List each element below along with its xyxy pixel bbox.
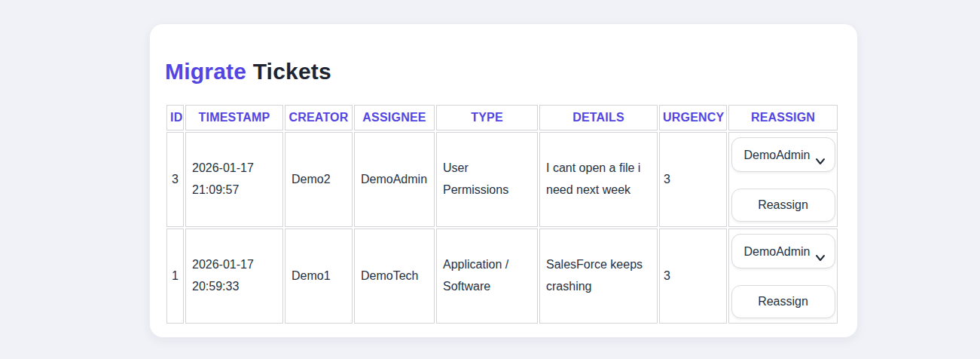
header-creator: CREATOR — [285, 105, 353, 130]
title-rest: Tickets — [253, 59, 331, 84]
cell-assignee: DemoAdmin — [354, 132, 435, 227]
cell-type: Application / Software — [436, 229, 538, 324]
table-row: 3 2026-01-17 21:09:57 Demo2 DemoAdmin Us… — [166, 132, 838, 227]
table-header-row: ID TIMESTAMP CREATOR ASSIGNEE TYPE DETAI… — [166, 105, 838, 130]
reassign-select-wrap: DemoAdmin — [731, 234, 835, 268]
table-row: 1 2026-01-17 20:59:33 Demo1 DemoTech App… — [166, 229, 838, 324]
tickets-card: Migrate Tickets ID TIMESTAMP CREATOR ASS… — [149, 23, 858, 338]
cell-ticket-id: 1 — [166, 229, 184, 324]
page-title: Migrate Tickets — [165, 57, 842, 86]
header-details: DETAILS — [539, 105, 658, 130]
cell-details: I cant open a file i need next week — [539, 132, 658, 227]
reassign-select-wrap: DemoAdmin — [731, 137, 835, 172]
tickets-table: ID TIMESTAMP CREATOR ASSIGNEE TYPE DETAI… — [165, 103, 839, 325]
header-urgency: URGENCY — [659, 105, 727, 130]
reassign-button[interactable]: Reassign — [731, 285, 835, 318]
cell-creator: Demo2 — [285, 132, 353, 227]
title-highlight: Migrate — [165, 59, 246, 84]
reassign-assignee-select[interactable]: DemoAdmin — [731, 234, 835, 268]
cell-urgency: 3 — [659, 132, 727, 227]
cell-creator: Demo1 — [285, 229, 353, 324]
cell-type: User Permissions — [436, 132, 538, 227]
cell-urgency: 3 — [659, 229, 727, 324]
header-id: ID — [166, 105, 184, 130]
cell-timestamp: 2026-01-17 21:09:57 — [185, 132, 283, 227]
cell-ticket-id: 3 — [166, 132, 184, 227]
header-type: TYPE — [436, 105, 538, 130]
header-assignee: ASSIGNEE — [354, 105, 435, 130]
header-timestamp: TIMESTAMP — [185, 105, 283, 130]
reassign-button[interactable]: Reassign — [731, 189, 835, 222]
reassign-assignee-select[interactable]: DemoAdmin — [731, 137, 835, 172]
cell-reassign: DemoAdmin Reassign — [728, 132, 838, 227]
cell-assignee: DemoTech — [354, 229, 435, 324]
cell-reassign: DemoAdmin Reassign — [728, 229, 838, 324]
cell-details: SalesForce keeps crashing — [539, 229, 658, 324]
header-reassign: REASSIGN — [728, 105, 838, 130]
cell-timestamp: 2026-01-17 20:59:33 — [185, 229, 283, 324]
